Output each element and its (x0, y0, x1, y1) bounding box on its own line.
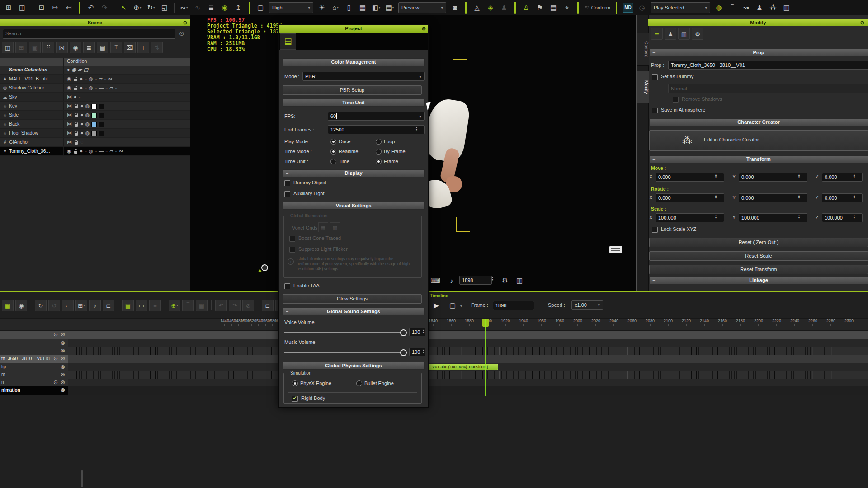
search-options-icon[interactable]: ⊙ (179, 30, 184, 37)
actor-tool-icon[interactable]: ♙ (520, 2, 532, 14)
caret-icon[interactable]: ⌄ (114, 147, 118, 155)
timeline-track-th-3650-3810-v01[interactable]: th_3650 - 3810__V01⊗⊙⚿ (0, 355, 868, 363)
lock-icon[interactable] (75, 115, 78, 117)
dot-icon[interactable]: ● (67, 66, 70, 74)
set-as-dummy-checkbox[interactable] (652, 74, 658, 80)
blend-view-icon[interactable]: ◧▾ (370, 2, 382, 14)
grid-view-icon[interactable]: ▣ (29, 42, 41, 53)
scene-row-male-v01-b-util[interactable]: ♟MALE_V01_B_util◉●⌄◍⌄▱⌄∾ (0, 75, 190, 84)
animation-tab-icon[interactable]: ♟ (665, 28, 676, 40)
track-label-cell[interactable]: m⊗ (0, 371, 68, 379)
caret-icon[interactable]: ⌄ (105, 147, 108, 155)
close-track-icon[interactable]: ⊗ (61, 371, 65, 378)
speed-select[interactable]: x1.00▾ (571, 300, 603, 310)
lock-scale-checkbox[interactable] (652, 227, 658, 233)
thumbnail-view-icon[interactable]: ⠛ (42, 42, 54, 53)
scene-row-back[interactable]: ☼Back⋈●◍ (0, 120, 190, 129)
color-swatch[interactable] (91, 131, 97, 136)
track-lane[interactable] (68, 371, 868, 379)
prop-name-field[interactable]: Tommy_Cloth_3650 - 3810__V01 (668, 61, 868, 70)
dash-icon[interactable]: — (99, 147, 104, 155)
spinner[interactable]: ▴▾ (797, 214, 802, 219)
new-project-icon[interactable]: ⊞ (3, 2, 14, 14)
global-sound-header[interactable]: −Global Sound Settings (283, 308, 425, 315)
quality-select[interactable]: High▾ (269, 2, 313, 13)
project-dialog-close-icon[interactable]: ⊗ (422, 25, 426, 32)
shadow-icon[interactable]: ▱ (109, 147, 113, 155)
timeline-track-n[interactable]: n⊗⊙ (0, 379, 868, 386)
key-track-icon[interactable]: ⚿ (46, 356, 50, 361)
caret-icon[interactable]: ⌄ (94, 75, 98, 83)
viewport-settings-gear-icon[interactable]: ⚙ (499, 275, 511, 286)
conform-button[interactable]: ≋Conform (584, 4, 610, 11)
glow-settings-button[interactable]: Glow Settings (283, 294, 422, 304)
bowtie-icon[interactable]: ⋈ (67, 138, 72, 146)
tab-content[interactable]: Content (637, 33, 649, 66)
physics-settings-icon[interactable]: ⚙ (692, 28, 703, 40)
time-unit-header[interactable]: −Time Unit (283, 99, 425, 107)
loop-range-icon[interactable]: ↺ (48, 300, 60, 311)
track-lane[interactable] (68, 331, 868, 340)
character-creator-section-header[interactable]: −Character Creator (649, 118, 868, 126)
scene-row-shadow-catcher[interactable]: ◍Shadow Catcher◉●⌄◍⌄—⌄▱⌄ (0, 84, 190, 93)
viewport-list-icon[interactable]: ▥ (514, 275, 525, 286)
display-header[interactable]: −Display (283, 169, 425, 177)
timeline-track-lip[interactable]: lip⊗_V01 abc (100.00%) Transition ( (0, 363, 868, 371)
close-track-icon[interactable]: ⊗ (61, 340, 65, 346)
link-icon[interactable]: ∾ (119, 147, 123, 155)
eye-icon[interactable]: ◉ (67, 75, 71, 83)
track-lane[interactable] (68, 379, 868, 387)
music-volume-knob[interactable] (400, 349, 407, 356)
add-key-icon[interactable]: ⊕▾ (169, 300, 180, 311)
spinner[interactable]: ▴▾ (797, 174, 802, 178)
camera-scrub-handle[interactable] (261, 264, 268, 271)
scene-row-side[interactable]: ☼Side⋈●◍ (0, 111, 190, 120)
spinner[interactable]: ▴▾ (852, 194, 857, 199)
dimdot-icon[interactable]: ◌ (80, 138, 84, 146)
edit-in-character-creator-button[interactable]: ⁂ Edit in Character Creator (649, 130, 868, 151)
node-graph-icon[interactable]: ◈ (485, 2, 496, 14)
add-group-icon[interactable]: ⊞ (15, 42, 27, 53)
dot-icon[interactable]: ● (80, 102, 84, 110)
snap-grid-icon[interactable]: ▦ (196, 300, 208, 311)
select-tool-icon[interactable]: ↖ (118, 2, 130, 14)
loop-icon[interactable]: ↻ (35, 300, 47, 311)
audio-note-icon[interactable]: ♪ (446, 275, 458, 286)
caret-icon[interactable]: ⌄ (105, 84, 108, 92)
tab-modify[interactable]: Modify (637, 71, 649, 103)
dummy-object-checkbox[interactable] (284, 180, 290, 186)
eye-icon[interactable]: ◉ (72, 66, 76, 74)
shadow-icon[interactable]: ▱ (109, 84, 113, 92)
play-range-icon[interactable]: ⊂ (62, 300, 74, 311)
bowtie-icon[interactable]: ⋈ (67, 111, 72, 119)
track-lane[interactable] (68, 339, 868, 347)
filter-visible-icon[interactable]: ◉ (70, 42, 81, 53)
color-swatch[interactable] (91, 122, 97, 127)
team-tool-icon[interactable]: ⁂ (767, 2, 779, 14)
end-frames-spinner[interactable]: ▴▾ (414, 126, 419, 131)
history-clock-icon[interactable]: ◷ (636, 2, 648, 14)
track-list-icon[interactable]: ▦ (2, 300, 14, 311)
range-box-icon[interactable]: ▭ (136, 300, 147, 311)
scene-row-gianchor[interactable]: #GIAnchor⋈◌ (0, 138, 190, 147)
align-clips-icon[interactable]: ≡ (149, 300, 161, 311)
save-project-icon[interactable]: ◫ (16, 2, 28, 14)
search-input[interactable]: Search (3, 29, 175, 39)
reset-zero-out-button[interactable]: Reset ( Zero Out ) (649, 238, 868, 247)
color-swatch[interactable] (99, 113, 104, 118)
bowtie-icon[interactable]: ⋈ (67, 93, 72, 101)
sphere-icon[interactable]: ● (74, 93, 77, 101)
unlink-tool-icon[interactable]: ∿ (192, 2, 203, 14)
viewport-frame-input[interactable]: 1898 (459, 276, 492, 285)
color-swatch[interactable] (91, 113, 97, 118)
lock-icon[interactable] (75, 124, 78, 127)
sphere-icon[interactable]: ● (80, 84, 83, 92)
visual-settings-header[interactable]: −Visual Settings (283, 202, 425, 210)
track-label-cell[interactable]: lip⊗ (0, 363, 68, 371)
camera-home-icon[interactable]: ⌂▾ (330, 2, 341, 14)
track-label-cell[interactable]: nimation⊗ (0, 386, 68, 395)
bowtie-icon[interactable]: ⋈ (67, 102, 72, 110)
viewport-slate-icon[interactable] (609, 246, 622, 253)
collect-clip-icon[interactable]: ▤ (122, 300, 134, 311)
timeline-track-row2[interactable]: ⊗ (0, 347, 868, 355)
